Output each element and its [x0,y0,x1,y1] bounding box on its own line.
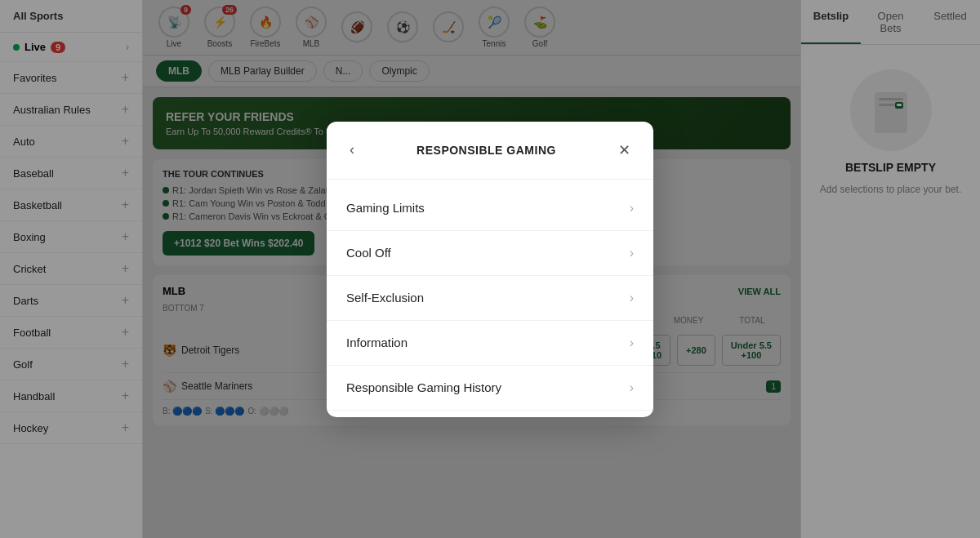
modal-close-button[interactable]: ✕ [615,138,634,162]
app-wrapper: All Sports Live 9 › Favorites + Australi… [0,0,980,538]
information-item[interactable]: Information › [327,321,653,366]
gaming-limits-label: Gaming Limits [346,201,425,215]
history-chevron-icon: › [630,380,634,395]
information-label: Information [346,336,408,349]
cool-off-chevron-icon: › [630,246,634,260]
information-chevron-icon: › [630,336,634,350]
self-exclusion-chevron-icon: › [630,291,634,305]
cool-off-item[interactable]: Cool Off › [327,231,653,276]
history-item[interactable]: Responsible Gaming History › [327,366,653,411]
modal-body: Gaming Limits › Cool Off › Self-Exclusio… [327,180,653,417]
modal-back-button[interactable]: ‹ [346,138,358,162]
gaming-limits-item[interactable]: Gaming Limits › [327,186,653,231]
modal-header: ‹ RESPONSIBLE GAMING ✕ [327,122,653,180]
responsible-gaming-modal: ‹ RESPONSIBLE GAMING ✕ Gaming Limits › C… [327,122,653,417]
modal-overlay: ‹ RESPONSIBLE GAMING ✕ Gaming Limits › C… [0,0,980,538]
history-label: Responsible Gaming History [346,380,501,394]
gaming-limits-chevron-icon: › [630,201,634,216]
self-exclusion-label: Self-Exclusion [346,291,424,305]
self-exclusion-item[interactable]: Self-Exclusion › [327,276,653,321]
cool-off-label: Cool Off [346,246,391,260]
modal-title: RESPONSIBLE GAMING [416,144,556,157]
